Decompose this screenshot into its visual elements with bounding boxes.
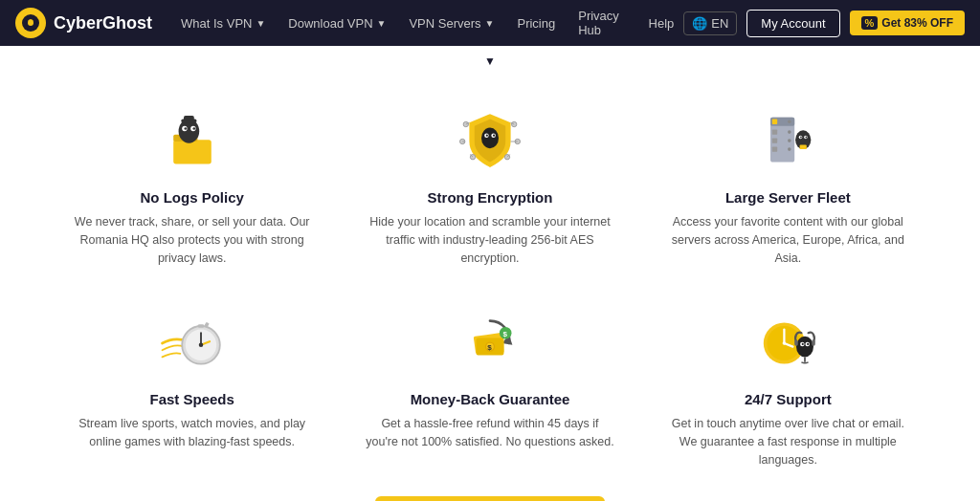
my-account-button[interactable]: My Account <box>746 10 839 37</box>
support-desc: Get in touch anytime over live chat or e… <box>663 415 913 468</box>
svg-point-48 <box>198 343 203 348</box>
svg-rect-2 <box>173 140 212 163</box>
svg-rect-43 <box>800 145 807 150</box>
svg-point-37 <box>788 147 791 151</box>
svg-point-7 <box>184 127 187 130</box>
svg-point-4 <box>178 120 199 143</box>
fast-speeds-desc: Stream live sports, watch movies, and pl… <box>67 415 317 451</box>
money-back-desc: Get a hassle-free refund within 45 days … <box>365 415 614 451</box>
no-logs-desc: We never track, share, or sell your data… <box>67 213 317 267</box>
dropdown-arrow: ▼ <box>256 18 265 29</box>
get-deal-button[interactable]: % Get 83% OFF <box>850 11 965 35</box>
money-back-icon: $ $ <box>365 305 614 381</box>
feature-fast-speeds: Fast Speeds Stream live sports, watch mo… <box>57 295 326 478</box>
svg-point-34 <box>788 120 791 124</box>
lang-label: EN <box>711 16 728 31</box>
svg-point-16 <box>463 121 468 126</box>
svg-point-11 <box>481 128 499 149</box>
logo-icon <box>15 8 46 38</box>
svg-rect-10 <box>184 116 194 120</box>
dropdown-arrow: ▼ <box>485 18 495 29</box>
svg-point-14 <box>486 135 488 137</box>
svg-rect-49 <box>197 324 204 328</box>
logo-text: CyberGhost <box>54 13 152 33</box>
svg-point-8 <box>192 127 195 130</box>
feature-encryption: Strong Encryption Hide your location and… <box>355 94 624 276</box>
money-back-title: Money-Back Guarantee <box>365 391 614 407</box>
svg-rect-33 <box>772 146 777 151</box>
svg-point-64 <box>796 337 813 358</box>
navigation: CyberGhost What Is VPN ▼ Download VPN ▼ … <box>0 0 980 46</box>
language-selector[interactable]: 🌐 EN <box>683 11 737 35</box>
nav-pricing[interactable]: Pricing <box>507 11 565 36</box>
svg-point-67 <box>802 343 804 345</box>
nav-links: What Is VPN ▼ Download VPN ▼ VPN Servers… <box>171 3 683 43</box>
nav-help[interactable]: Help <box>639 11 684 36</box>
svg-point-63 <box>783 341 787 345</box>
support-title: 24/7 Support <box>663 391 913 407</box>
svg-rect-69 <box>795 340 799 346</box>
server-fleet-desc: Access your favorite content with our gl… <box>663 213 913 267</box>
cta-wrapper: Get CyberGhost VPN <box>57 496 923 502</box>
get-deal-label: Get 83% OFF <box>881 16 953 30</box>
svg-rect-70 <box>813 340 816 346</box>
encryption-title: Strong Encryption <box>365 189 614 206</box>
nav-chevron <box>0 46 980 75</box>
svg-point-35 <box>788 130 791 134</box>
feature-support: 24/7 Support Get in touch anytime over l… <box>654 295 923 478</box>
nav-what-is-vpn[interactable]: What Is VPN ▼ <box>171 11 275 36</box>
svg-text:$: $ <box>487 343 492 352</box>
dropdown-arrow: ▼ <box>377 18 387 29</box>
nav-right: 🌐 EN My Account % Get 83% OFF <box>683 10 965 37</box>
logo[interactable]: CyberGhost <box>15 8 152 38</box>
svg-point-42 <box>806 137 808 139</box>
encryption-icon <box>365 103 614 180</box>
fast-speeds-icon <box>67 305 317 381</box>
svg-point-1 <box>28 20 33 26</box>
feature-server-fleet: Large Server Fleet Access your favorite … <box>654 94 923 276</box>
svg-point-68 <box>807 343 809 345</box>
svg-point-36 <box>788 139 791 142</box>
svg-rect-30 <box>772 120 777 124</box>
feature-money-back: $ $ Money-Back Guarantee Get a hassle-fr… <box>355 295 624 478</box>
fast-speeds-title: Fast Speeds <box>67 391 317 407</box>
nav-privacy-hub[interactable]: Privacy Hub <box>568 3 635 43</box>
svg-rect-32 <box>772 138 777 142</box>
svg-point-41 <box>800 137 802 139</box>
svg-rect-31 <box>772 129 777 134</box>
features-grid: No Logs Policy We never track, share, or… <box>57 94 923 479</box>
no-logs-icon <box>67 103 317 180</box>
nav-download-vpn[interactable]: Download VPN ▼ <box>278 11 395 36</box>
main-content: No Logs Policy We never track, share, or… <box>0 75 980 501</box>
support-icon <box>663 305 913 381</box>
feature-no-logs: No Logs Policy We never track, share, or… <box>57 94 326 276</box>
encryption-desc: Hide your location and scramble your int… <box>365 213 614 267</box>
server-fleet-title: Large Server Fleet <box>663 189 913 206</box>
nav-vpn-servers[interactable]: VPN Servers ▼ <box>399 11 503 36</box>
svg-text:$: $ <box>502 330 507 338</box>
server-fleet-icon <box>663 103 913 180</box>
globe-icon: 🌐 <box>692 16 707 31</box>
svg-point-15 <box>493 135 495 137</box>
percent-icon: % <box>861 16 879 30</box>
no-logs-title: No Logs Policy <box>67 189 317 206</box>
svg-point-19 <box>511 121 516 126</box>
get-cyberghost-button[interactable]: Get CyberGhost VPN <box>375 496 605 502</box>
